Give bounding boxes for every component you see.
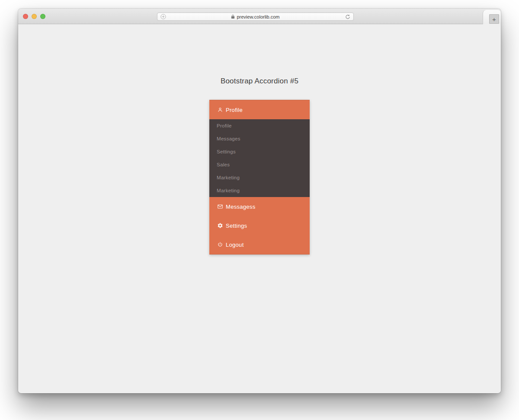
power-icon xyxy=(217,242,223,248)
accordion-subitem-profile[interactable]: Profile xyxy=(209,119,310,132)
accordion-header-label: Settings xyxy=(226,223,247,229)
mail-icon xyxy=(217,204,223,210)
close-button[interactable] xyxy=(23,14,28,19)
address-bar[interactable]: preview.colorlib.com xyxy=(157,13,354,21)
accordion-header-label: Messagess xyxy=(226,204,255,210)
page-title: Bootstrap Accordion #5 xyxy=(18,24,501,86)
browser-content: Bootstrap Accordion #5 Profile Profile M… xyxy=(18,24,501,393)
browser-window: preview.colorlib.com + Bootstrap Accordi… xyxy=(18,9,501,393)
accordion-subitem-marketing[interactable]: Marketing xyxy=(209,171,310,184)
accordion-header-profile[interactable]: Profile xyxy=(209,100,310,119)
person-icon xyxy=(217,107,223,113)
gear-icon xyxy=(217,223,223,229)
accordion-header-label: Logout xyxy=(226,242,244,248)
accordion-panel-profile: Profile Messages Settings Sales Marketin… xyxy=(209,119,310,197)
accordion-subitem-sales[interactable]: Sales xyxy=(209,158,310,171)
accordion-subitem-messages[interactable]: Messages xyxy=(209,132,310,145)
reader-icon[interactable] xyxy=(160,14,167,19)
accordion-subitem-marketing[interactable]: Marketing xyxy=(209,184,310,197)
lock-icon xyxy=(231,14,235,19)
accordion-header-settings[interactable]: Settings xyxy=(209,216,310,235)
accordion-subitem-settings[interactable]: Settings xyxy=(209,145,310,158)
accordion-header-logout[interactable]: Logout xyxy=(209,235,310,254)
accordion-header-label: Profile xyxy=(226,107,243,113)
reload-icon[interactable] xyxy=(344,14,351,19)
browser-titlebar: preview.colorlib.com + xyxy=(18,9,501,24)
accordion: Profile Profile Messages Settings Sales … xyxy=(209,100,310,255)
new-tab-button[interactable]: + xyxy=(489,14,499,24)
traffic-lights xyxy=(23,9,45,24)
url-text: preview.colorlib.com xyxy=(237,14,279,19)
zoom-button[interactable] xyxy=(40,14,45,19)
accordion-header-messagess[interactable]: Messagess xyxy=(209,197,310,216)
minimize-button[interactable] xyxy=(32,14,37,19)
